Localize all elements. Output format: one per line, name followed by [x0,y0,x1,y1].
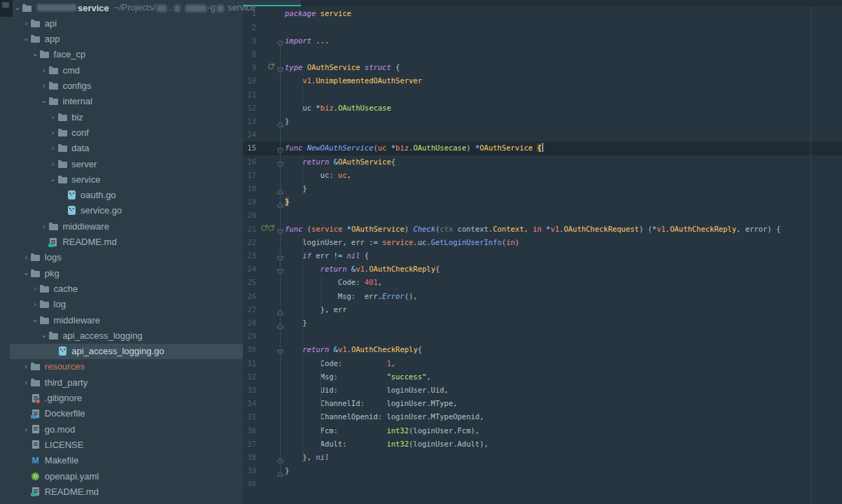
tree-item-resources[interactable]: ›resources [0,359,265,374]
gutter-implements-icons[interactable] [258,64,274,69]
code-text[interactable]: uc: uc, [285,169,351,182]
code-line[interactable]: 40 [243,477,842,491]
line-number[interactable]: 37 [243,438,256,451]
code-text[interactable]: } [285,195,289,209]
line-number[interactable]: 21 [243,223,256,236]
code-line[interactable]: 18 } [243,182,842,195]
line-number[interactable]: 33 [243,384,256,397]
code-text[interactable]: Code: 1, [285,357,395,370]
implements-interface-icon[interactable] [268,64,274,69]
tree-item-openapi-yaml[interactable]: openapi.yaml [0,468,265,484]
code-line[interactable]: 15func NewOAuthService(uc *biz.OAuthUsec… [243,141,842,155]
line-number[interactable]: 13 [243,115,256,128]
chevron-right-icon[interactable]: › [48,113,57,121]
implements-interface-icon[interactable] [268,225,274,231]
code-line[interactable]: 28 } [243,316,842,330]
code-line[interactable]: 13} [243,115,842,128]
tree-item-project-root[interactable]: ⌄ service~/Projects/.. -g service [0,0,255,15]
chevron-right-icon[interactable]: › [48,144,57,152]
code-text[interactable]: ChannelOpenid: loginUser.MTypeOpenid, [285,410,484,424]
line-number[interactable]: 40 [243,477,256,491]
line-number[interactable]: 20 [243,209,256,222]
chevron-down-icon[interactable]: ⌄ [13,4,22,11]
chevron-right-icon[interactable]: › [22,426,31,433]
chevron-right-icon[interactable]: › [31,300,40,308]
code-line[interactable]: 32 Msg: "success", [243,370,842,384]
line-number[interactable]: 16 [243,155,256,169]
line-number[interactable]: 27 [243,303,256,316]
code-line[interactable]: 20 [243,209,842,222]
line-number[interactable]: 34 [243,397,256,410]
line-number[interactable]: 29 [243,330,256,343]
code-line[interactable]: 11 [243,88,842,102]
code-line[interactable]: 16 return &OAuthService{ [243,155,842,169]
line-number[interactable]: 17 [243,169,256,182]
code-line[interactable]: 35 ChannelOpenid: loginUser.MTypeOpenid, [243,410,842,424]
code-text[interactable]: } [285,182,307,195]
tree-item-readme-md[interactable]: README.md [0,484,265,499]
gutter-implements-icons[interactable] [258,225,274,231]
line-number[interactable]: 23 [243,249,256,262]
implements-interface-icon[interactable] [261,225,267,231]
code-line[interactable]: 12 uc *biz.OAuthUsecase [243,102,842,115]
line-number[interactable]: 9 [243,61,256,74]
line-number[interactable]: 32 [243,370,256,384]
tree-item-pkg[interactable]: ⌄pkg [0,265,265,281]
code-text[interactable]: Msg: err.Error(), [285,290,418,303]
tree-item-logs[interactable]: ›logs [0,250,265,265]
code-text[interactable]: Code: 401, [285,276,382,289]
code-text[interactable]: type OAuthService struct { [285,61,400,74]
chevron-down-icon[interactable]: ⌄ [31,50,40,57]
code-text[interactable]: ChannelId: loginUser.MType, [285,397,458,410]
chevron-right-icon[interactable]: › [39,223,48,230]
chevron-right-icon[interactable]: › [48,129,57,136]
code-text[interactable]: Fcm: int32(loginUser.Fcm), [285,424,479,438]
line-number[interactable]: 35 [243,410,256,424]
tree-item-makefile[interactable]: MMakefile [0,453,265,468]
chevron-right-icon[interactable]: › [22,20,31,27]
tree-item-api[interactable]: ›api [0,15,265,31]
line-number[interactable]: 24 [243,262,256,276]
chevron-right-icon[interactable]: › [22,253,31,261]
code-editor[interactable]: 1package service23import ...89type OAuth… [243,0,842,504]
code-line[interactable]: 1package service [243,7,842,20]
code-text[interactable]: package service [285,7,351,20]
line-number[interactable]: 14 [243,128,256,141]
line-number[interactable]: 3 [243,34,256,48]
code-text[interactable]: import ... [285,34,329,48]
chevron-down-icon[interactable]: ⌄ [39,331,48,339]
tree-item-dockerfile[interactable]: Dockerfile [0,406,265,421]
code-text[interactable]: if err != nil { [285,249,369,262]
code-line[interactable]: 34 ChannelId: loginUser.MType, [243,397,842,410]
line-number[interactable]: 15 [243,141,256,155]
chevron-down-icon[interactable]: ⌄ [22,34,31,42]
chevron-right-icon[interactable]: › [39,82,48,90]
code-text[interactable]: Adult: int32(loginUser.Adult), [285,438,489,451]
chevron-down-icon[interactable]: ⌄ [39,97,48,104]
code-line[interactable]: 17 uc: uc, [243,169,842,182]
code-line[interactable]: 37 Adult: int32(loginUser.Adult), [243,438,842,451]
code-text[interactable]: return &OAuthService{ [285,155,395,169]
line-number[interactable]: 39 [243,464,256,477]
code-line[interactable]: 8 [243,48,842,61]
code-line[interactable]: 29 [243,330,842,343]
code-text[interactable]: Msg: "success", [285,370,431,384]
line-number[interactable]: 36 [243,424,256,438]
code-line[interactable]: 39} [243,464,842,477]
code-line[interactable]: 21func (service *OAuthService) Check(ctx… [243,223,842,236]
code-line[interactable]: 19} [243,195,842,209]
line-number[interactable]: 10 [243,74,256,88]
code-line[interactable]: 3import ... [243,34,842,48]
code-text[interactable]: return &v1.OAuthCheckReply{ [285,343,422,356]
code-line[interactable]: 2 [243,21,842,34]
chevron-right-icon[interactable]: › [22,363,31,370]
code-line[interactable]: 27 }, err [243,303,842,316]
code-line[interactable]: 33 Uid: loginUser.Uid, [243,384,842,397]
code-line[interactable]: 22 loginUser, err := service.uc.GetLogin… [243,236,842,249]
line-number[interactable]: 8 [243,48,256,61]
line-number[interactable]: 18 [243,182,256,195]
code-line[interactable]: 23 if err != nil { [243,249,842,262]
line-number[interactable]: 30 [243,343,256,356]
chevron-down-icon[interactable]: ⌄ [48,175,57,183]
line-number[interactable]: 22 [243,236,256,249]
